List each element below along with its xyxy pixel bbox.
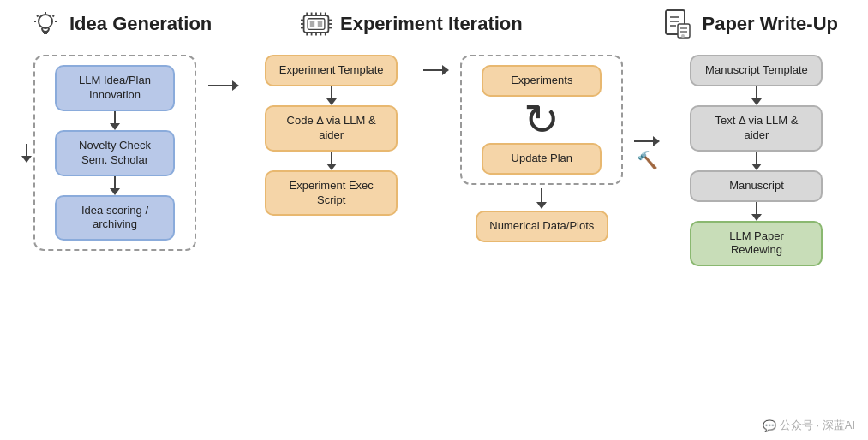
experiment-template-node: Experiment Template — [265, 55, 398, 86]
text-delta-node: Text Δ via LLM & aider — [690, 105, 823, 152]
header-row: Idea Generation — [13, 9, 855, 39]
arrow-col1-col2 — [208, 80, 239, 91]
paper-icon — [662, 9, 693, 39]
arrow-col3-col4: 🔨 — [634, 136, 660, 170]
experiments-node: Experiments — [482, 65, 602, 97]
svg-line-4 — [37, 15, 39, 17]
arrow-novelty-to-idea — [110, 176, 120, 195]
idea-generation-title: Idea Generation — [69, 13, 212, 35]
idea-generation-header: Idea Generation — [30, 9, 212, 39]
svg-rect-10 — [310, 21, 314, 27]
arrow-code-to-exec — [326, 152, 337, 170]
col-experiment-template: Experiment Template Code Δ via LLM & aid… — [246, 55, 417, 216]
svg-rect-11 — [318, 21, 322, 27]
arrow-manuscript-to-llmreview — [751, 202, 762, 221]
arrow-textdelta-to-manuscript — [751, 152, 762, 170]
svg-point-0 — [39, 15, 52, 28]
experiment-iteration-header: Experiment Iteration — [301, 9, 523, 39]
col-idea-generation: LLM Idea/Plan Innovation Novelty Check S… — [21, 55, 201, 251]
paper-writeup-header: Paper Write-Up — [662, 9, 838, 39]
numerical-data-node: Numerical Data/Plots — [476, 211, 608, 242]
watermark: 💬 公众号 · 深蓝AI — [763, 418, 855, 433]
experiment-exec-node: Experiment Exec Script — [265, 170, 398, 217]
experiment-iteration-title: Experiment Iteration — [340, 13, 523, 35]
paper-writeup-title: Paper Write-Up — [702, 13, 838, 35]
hammer-icon: 🔨 — [637, 150, 658, 170]
svg-point-35 — [681, 34, 685, 38]
idea-generation-dashed-box: LLM Idea/Plan Innovation Novelty Check S… — [33, 55, 196, 251]
gpu-icon — [301, 9, 332, 39]
columns-row: LLM Idea/Plan Innovation Novelty Check S… — [13, 55, 855, 431]
code-delta-node: Code Δ via LLM & aider — [265, 105, 398, 152]
novelty-check-node: Novelty Check Sem. Scholar — [55, 130, 175, 176]
arrow-llm-to-novelty — [110, 111, 120, 130]
arrow-updateplan-to-numerical — [536, 188, 547, 209]
bulb-icon — [30, 9, 61, 39]
arrow-manutempl-to-textdelta — [751, 86, 762, 105]
arrow-col2-col3 — [423, 65, 449, 75]
col-paper-writeup: Manuscript Template Text Δ via LLM & aid… — [667, 55, 847, 266]
manuscript-node: Manuscript — [690, 170, 823, 202]
idea-scoring-node: Idea scoring / archiving — [55, 195, 175, 241]
cycle-arrow-icon: ↻ — [524, 98, 560, 141]
main-container: Idea Generation — [0, 0, 868, 440]
watermark-icon: 💬 — [763, 419, 776, 432]
svg-line-5 — [53, 15, 55, 17]
llm-idea-node: LLM Idea/Plan Innovation — [55, 65, 175, 111]
experiments-dashed-box: Experiments ↻ Update Plan — [460, 55, 623, 185]
manuscript-template-node: Manuscript Template — [690, 55, 823, 86]
update-plan-node: Update Plan — [482, 143, 602, 175]
arrow-exptempl-to-code — [326, 86, 337, 105]
llm-paper-reviewing-node: LLM Paper Reviewing — [690, 221, 823, 267]
col-experiments: Experiments ↻ Update Plan Numerical Data… — [456, 55, 627, 242]
